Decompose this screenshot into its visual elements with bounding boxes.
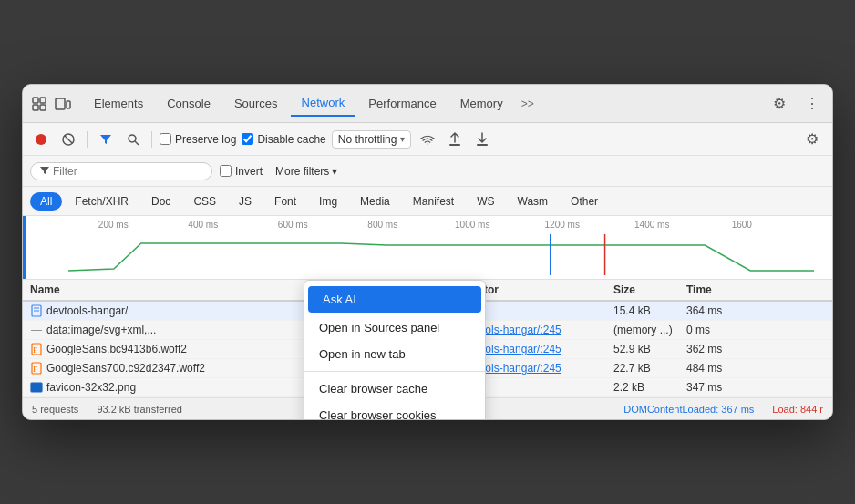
sep-1: [87, 131, 88, 148]
pill-js[interactable]: JS: [229, 192, 262, 211]
preserve-log-label[interactable]: Preserve log: [160, 133, 236, 146]
svg-rect-2: [33, 105, 38, 110]
clear-button[interactable]: [57, 129, 79, 150]
tab-sources[interactable]: Sources: [223, 91, 289, 116]
type-filter-row: All Fetch/XHR Doc CSS JS Font Img Media …: [23, 187, 832, 216]
row-4-name: favicon-32x32.png: [46, 381, 136, 394]
timeline-label-6: 1400 ms: [607, 220, 697, 230]
pill-media[interactable]: Media: [350, 192, 400, 211]
pill-other[interactable]: Other: [561, 192, 608, 211]
throttle-select[interactable]: No throttling ▾: [332, 130, 412, 149]
pill-doc[interactable]: Doc: [141, 192, 180, 211]
table-container: Name Status Type Initiator Size Time dev…: [23, 280, 832, 397]
pill-all[interactable]: All: [30, 192, 62, 211]
invert-checkbox[interactable]: [220, 165, 232, 177]
svg-rect-12: [477, 144, 488, 146]
tab-elements[interactable]: Elements: [83, 91, 154, 116]
more-filters-chevron-icon: ▾: [332, 165, 337, 178]
pill-wasm[interactable]: Wasm: [508, 192, 559, 211]
row-0-name: devtools-hangar/: [46, 304, 128, 317]
svg-point-9: [129, 135, 136, 142]
pill-fetch-xhr[interactable]: Fetch/XHR: [65, 192, 139, 211]
row-4-time: 347 ms: [686, 381, 759, 394]
svg-rect-5: [67, 101, 70, 108]
img-icon: [30, 381, 43, 394]
tab-performance[interactable]: Performance: [357, 91, 447, 116]
ctx-clear-cache[interactable]: Clear browser cache: [304, 375, 485, 402]
tab-bar-icons: [30, 95, 72, 113]
throttle-text: No throttling: [338, 133, 397, 146]
settings-icon[interactable]: ⚙: [767, 91, 792, 117]
timeline-labels: 200 ms 400 ms 600 ms 800 ms 1000 ms 1200…: [23, 216, 832, 230]
download-icon[interactable]: [471, 129, 493, 150]
header-time: Time: [686, 283, 759, 296]
svg-point-6: [36, 134, 46, 145]
devtools-icon-1: [30, 95, 48, 113]
tab-bar-right: ⚙ ⋮: [767, 91, 825, 117]
disable-cache-text: Disable cache: [257, 133, 325, 146]
network-settings-icon[interactable]: ⚙: [799, 127, 825, 152]
pill-font[interactable]: Font: [264, 192, 306, 211]
timeline-label-1: 400 ms: [159, 220, 249, 230]
row-0-name-cell: devtools-hangar/: [30, 304, 304, 317]
row-4-name-cell: favicon-32x32.png: [30, 381, 304, 394]
timeline-chart: [68, 234, 814, 275]
timeline-area: 200 ms 400 ms 600 ms 800 ms 1000 ms 1200…: [23, 216, 832, 280]
tab-memory[interactable]: Memory: [449, 91, 514, 116]
dash-icon: —: [30, 324, 43, 336]
timeline-label-0: 200 ms: [68, 220, 159, 230]
tab-bar: Elements Console Sources Network Perform…: [23, 85, 832, 123]
context-menu: Ask AI Open in Sources panel Open in new…: [304, 280, 486, 420]
row-0-size: 15.4 kB: [613, 304, 686, 317]
disable-cache-label[interactable]: Disable cache: [242, 133, 325, 146]
tab-console[interactable]: Console: [156, 91, 221, 116]
font-icon: F: [30, 343, 43, 355]
tab-more-chevron[interactable]: >>: [516, 94, 540, 114]
row-2-time: 362 ms: [686, 343, 759, 355]
load-time: Load: 844 r: [772, 404, 823, 415]
wifi-icon[interactable]: [417, 129, 438, 150]
ctx-ask-ai[interactable]: Ask AI: [308, 286, 481, 313]
svg-line-10: [135, 141, 139, 145]
search-icon[interactable]: [122, 129, 144, 150]
dom-content-loaded: DOMContentLoaded: 367 ms: [623, 404, 754, 415]
svg-rect-0: [33, 98, 38, 103]
row-0-time: 364 ms: [686, 304, 759, 317]
svg-text:F: F: [33, 365, 37, 374]
svg-rect-11: [449, 144, 460, 146]
devtools-window: Elements Console Sources Network Perform…: [22, 84, 833, 420]
more-icon[interactable]: ⋮: [799, 91, 825, 117]
timeline-label-7: 1600: [697, 220, 788, 230]
svg-rect-3: [40, 105, 46, 110]
preserve-log-checkbox[interactable]: [160, 133, 171, 145]
pill-manifest[interactable]: Manifest: [403, 192, 464, 211]
row-1-name-cell: — data:image/svg+xml,...: [30, 324, 304, 336]
font-icon-2: F: [30, 362, 43, 375]
pill-img[interactable]: Img: [309, 192, 347, 211]
more-filters-button[interactable]: More filters ▾: [270, 163, 343, 180]
filter-icon[interactable]: [95, 129, 117, 150]
header-size: Size: [613, 283, 686, 296]
device-icon[interactable]: [54, 95, 72, 113]
pill-ws[interactable]: WS: [467, 192, 504, 211]
record-button[interactable]: [30, 129, 52, 150]
tab-network[interactable]: Network: [291, 90, 356, 117]
row-2-name-cell: F GoogleSans.bc9413b6.woff2: [30, 343, 304, 355]
ctx-open-new-tab[interactable]: Open in new tab: [304, 341, 485, 367]
disable-cache-checkbox[interactable]: [242, 133, 253, 145]
invert-label[interactable]: Invert: [220, 165, 263, 178]
row-2-size: 52.9 kB: [613, 343, 686, 355]
timeline-label-3: 800 ms: [338, 220, 428, 230]
row-3-name-cell: F GoogleSans700.c92d2347.woff2: [30, 362, 304, 375]
upload-icon[interactable]: [444, 129, 466, 150]
timeline-label-2: 600 ms: [248, 220, 338, 230]
toolbar: Preserve log Disable cache No throttling…: [23, 123, 832, 156]
timeline-label-5: 1200 ms: [518, 220, 608, 230]
timeline-label-4: 1000 ms: [428, 220, 518, 230]
ctx-clear-cookies[interactable]: Clear browser cookies: [304, 402, 485, 420]
row-2-name: GoogleSans.bc9413b6.woff2: [46, 343, 187, 355]
ctx-sep-1: [304, 371, 485, 372]
pill-css[interactable]: CSS: [183, 192, 226, 211]
filter-input[interactable]: [53, 165, 190, 178]
ctx-open-sources[interactable]: Open in Sources panel: [304, 314, 485, 341]
